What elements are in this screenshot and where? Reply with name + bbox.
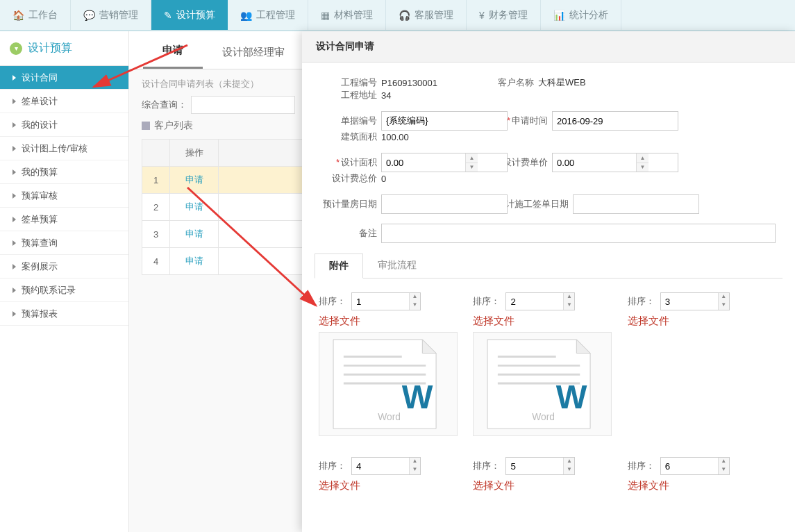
detail-panel: 设计合同申请 工程编号P1609130001 客户名称大科星WEB 工程地址34…	[302, 31, 795, 532]
sidebar-item-my-budget[interactable]: 我的预算	[0, 160, 128, 184]
caret-icon	[12, 99, 16, 104]
query-input[interactable]	[191, 96, 295, 114]
tab-analytics[interactable]: 📊统计分析	[541, 0, 621, 30]
spinner-up[interactable]: ▲	[637, 153, 648, 163]
choose-file-link[interactable]: 选择文件	[628, 479, 773, 492]
sidebar-item-contact-log[interactable]: 预约联系记录	[0, 279, 128, 302]
list-icon	[142, 122, 150, 130]
spinner-up[interactable]: ▲	[719, 293, 729, 301]
sidebar-item-case-show[interactable]: 案例展示	[0, 255, 128, 279]
sidebar-item-budget-review[interactable]: 预算审核	[0, 184, 128, 208]
input-measure-date[interactable]	[381, 194, 508, 214]
input-remark[interactable]	[381, 224, 776, 243]
tab-workbench[interactable]: 🏠工作台	[0, 0, 71, 30]
sidebar-item-label: 预约联系记录	[22, 284, 76, 297]
spinner-down[interactable]: ▼	[637, 163, 648, 172]
spinner-up[interactable]: ▲	[410, 293, 420, 301]
label-doc-no: 单据编号	[315, 115, 377, 127]
apply-link[interactable]: 申请	[185, 256, 203, 266]
spinner-up[interactable]: ▲	[564, 458, 574, 466]
value-project-no: P1609130001	[381, 78, 465, 88]
sidebar-item-label: 签单设计	[22, 95, 58, 108]
sort-label: 排序：	[319, 295, 346, 308]
top-nav: 🏠工作台 💬营销管理 ✎设计预算 👥工程管理 ▦材料管理 🎧客服管理 ¥财务管理…	[0, 0, 795, 31]
edit-icon: ✎	[164, 10, 172, 21]
tab-label: 材料管理	[334, 9, 373, 22]
spinner-down[interactable]: ▼	[410, 466, 420, 474]
main-tab-manager-review[interactable]: 设计部经理审	[203, 38, 304, 69]
spinner-down[interactable]: ▼	[410, 301, 420, 310]
sidebar-item-design-contract[interactable]: 设计合同	[0, 66, 128, 90]
input-unit-price[interactable]	[552, 153, 678, 172]
tab-material[interactable]: ▦材料管理	[308, 0, 386, 30]
tab-label: 财务管理	[489, 9, 528, 22]
svg-text:W: W	[402, 379, 433, 415]
value-address: 34	[381, 90, 465, 101]
sidebar: ▾ 设计预算 设计合同 签单设计 我的设计 设计图上传/审核 我的预算 预算审核…	[0, 31, 129, 532]
sidebar-item-sign-budget[interactable]: 签单预算	[0, 208, 128, 231]
input-design-area[interactable]	[381, 153, 508, 172]
tab-label: 营销管理	[99, 9, 138, 22]
tab-design-budget[interactable]: ✎设计预算	[151, 0, 228, 30]
sidebar-item-my-design[interactable]: 我的设计	[0, 113, 128, 137]
attachment-slot: 排序：▲▼选择文件	[469, 453, 623, 513]
label-total: 设计费总价	[315, 172, 377, 185]
sidebar-item-budget-query[interactable]: 预算查询	[0, 231, 128, 255]
sidebar-item-upload-review[interactable]: 设计图上传/审核	[0, 137, 128, 160]
input-sign-date[interactable]	[573, 194, 699, 214]
inner-tab-approval[interactable]: 审批流程	[363, 253, 431, 278]
label-remark: 备注	[315, 227, 377, 240]
spinner-up[interactable]: ▲	[719, 458, 729, 466]
attachment-slot: 排序：▲▼选择文件	[624, 453, 778, 513]
choose-file-link[interactable]: 选择文件	[319, 315, 465, 328]
choose-file-link[interactable]: 选择文件	[319, 479, 465, 492]
sidebar-item-label: 案例展示	[22, 260, 58, 273]
sidebar-item-label: 我的设计	[22, 119, 58, 131]
spinner-down[interactable]: ▼	[466, 163, 478, 172]
apply-link[interactable]: 申请	[185, 228, 203, 239]
tab-label: 工作台	[28, 9, 58, 22]
tab-label: 工程管理	[256, 9, 295, 22]
inner-tab-attachment[interactable]: 附件	[315, 253, 363, 279]
caret-icon	[12, 311, 16, 317]
caret-icon	[12, 122, 16, 128]
spinner-up[interactable]: ▲	[564, 293, 574, 301]
apply-link[interactable]: 申请	[185, 174, 203, 185]
caret-icon	[12, 146, 16, 151]
main-tab-apply[interactable]: 申请	[143, 35, 203, 69]
caret-icon	[12, 169, 16, 175]
sidebar-item-budget-report[interactable]: 预算报表	[0, 302, 128, 326]
tab-label: 客服管理	[415, 9, 453, 22]
choose-file-link[interactable]: 选择文件	[473, 479, 619, 492]
spinner-down[interactable]: ▼	[719, 301, 729, 310]
choose-file-link[interactable]: 选择文件	[473, 315, 619, 328]
chart-icon: 📊	[553, 10, 565, 21]
label-design-area: *设计面积	[315, 156, 377, 169]
tab-finance[interactable]: ¥财务管理	[467, 0, 541, 30]
yen-icon: ¥	[479, 10, 485, 21]
tab-marketing[interactable]: 💬营销管理	[71, 0, 151, 30]
tab-project[interactable]: 👥工程管理	[228, 0, 308, 30]
apply-link[interactable]: 申请	[185, 201, 203, 212]
sidebar-item-sign-design[interactable]: 签单设计	[0, 90, 128, 113]
spinner-down[interactable]: ▼	[564, 301, 574, 310]
sidebar-title: ▾ 设计预算	[0, 31, 128, 66]
attachment-slot: 排序：▲▼选择文件WWord	[469, 288, 623, 453]
sidebar-item-label: 预算报表	[22, 308, 58, 320]
input-apply-date[interactable]	[552, 111, 678, 131]
value-area: 100.00	[381, 132, 465, 142]
choose-file-link[interactable]: 选择文件	[628, 315, 773, 328]
tab-label: 统计分析	[569, 9, 608, 22]
attachment-slot: 排序：▲▼选择文件	[315, 453, 469, 513]
word-thumb-icon: WWord	[319, 332, 458, 436]
panel-title: 设计合同申请	[302, 31, 795, 63]
spinner-up[interactable]: ▲	[466, 153, 478, 163]
spinner-up[interactable]: ▲	[410, 458, 420, 466]
tab-service[interactable]: 🎧客服管理	[386, 0, 467, 30]
sidebar-item-label: 设计图上传/审核	[22, 142, 87, 155]
label-customer: 客户名称	[471, 76, 534, 89]
spinner-down[interactable]: ▼	[719, 466, 729, 474]
spinner-down[interactable]: ▼	[564, 466, 574, 474]
input-doc-no[interactable]	[381, 111, 508, 131]
caret-icon	[12, 288, 16, 293]
